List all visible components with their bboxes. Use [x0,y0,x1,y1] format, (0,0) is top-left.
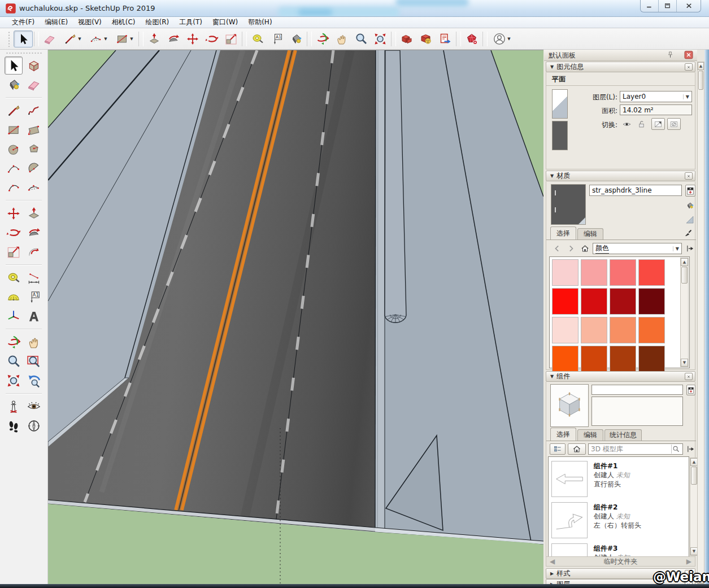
arc-tool-button[interactable]: ▼ [85,31,111,47]
toolbar-grip[interactable] [8,31,10,47]
curb-strip[interactable] [375,50,385,530]
tape-measure-tool-button[interactable] [248,31,267,47]
make-component-tool-button[interactable] [25,56,43,75]
arc-tool-left-button[interactable] [5,159,23,177]
pin-icon[interactable] [666,51,675,59]
zoom-tool-button[interactable] [351,31,371,47]
zoom-extents-tool-button[interactable] [371,31,390,47]
menu-item-4[interactable]: 绘图(R) [141,16,175,28]
section-close-button[interactable] [685,172,693,180]
rectangle-tool-left-button[interactable] [5,121,23,139]
previous-view-tool-button[interactable] [25,372,43,390]
share-model-button[interactable] [416,31,436,47]
tab-materials-select[interactable]: 选择 [550,227,576,239]
menu-item-0[interactable]: 文件(F) [7,16,40,28]
two-point-arc-tool-button[interactable] [25,178,43,197]
collection-dropdown[interactable]: 颜色 ▼ [593,243,682,254]
color-swatch-0[interactable] [552,259,578,286]
freehand-tool-button[interactable] [25,102,43,120]
menu-item-2[interactable]: 视图(V) [73,16,107,28]
details-arrow-button[interactable] [684,243,695,254]
tray-header[interactable]: 默认面板 [544,50,697,61]
color-swatch-12[interactable] [552,346,578,372]
color-swatch-10[interactable] [610,317,636,343]
chevron-down-icon[interactable]: ▼ [673,246,679,251]
tab-components-select[interactable]: 选择 [550,428,576,441]
color-swatch-3[interactable] [638,259,665,286]
rotate-tool-left-button[interactable] [5,224,23,242]
select-tool-left-button[interactable] [5,56,23,75]
three-point-arc-tool-button[interactable] [5,178,23,197]
area-value-field[interactable]: 14.02 m² [620,104,692,115]
zoom-tool-left-button[interactable] [5,352,23,371]
sample-paint-icon[interactable] [682,228,694,238]
follow-me-tool-button[interactable] [164,31,183,47]
menu-item-6[interactable]: 窗口(W) [207,16,243,28]
forward-button[interactable] [565,243,576,254]
pie-tool-button[interactable] [25,159,43,177]
chevron-down-icon[interactable]: ▼ [683,94,689,99]
search-input[interactable] [591,445,671,453]
layer-dropdown[interactable]: Layer0 ▼ [620,91,692,102]
material-preview-thumb[interactable] [552,121,568,150]
chevron-down-icon[interactable]: ▼ [78,37,81,41]
in-model-components-button[interactable] [568,443,586,455]
create-material-button[interactable] [685,185,695,197]
color-swatch-2[interactable] [610,259,636,286]
component-thumbnail[interactable] [551,461,588,497]
tape-measure-tool-left-button[interactable] [5,269,23,287]
material-large-preview[interactable] [551,184,586,225]
scale-tool-left-button[interactable] [5,243,23,261]
move-tool-button[interactable] [183,31,202,47]
axes-tool-button[interactable] [5,307,23,325]
polygon-tool-button[interactable] [25,140,43,158]
menu-item-5[interactable]: 工具(T) [174,16,207,28]
component-list-item-3[interactable]: 组件#3创建人 未知 [549,542,689,557]
look-around-tool-button[interactable] [25,398,43,416]
color-swatch-9[interactable] [581,317,607,343]
section-entity-info-header[interactable]: ▼ 图元信息 [546,62,695,72]
color-swatch-14[interactable] [610,346,636,372]
color-swatch-8[interactable] [552,317,578,343]
paint-bucket-tool-left-button[interactable] [5,76,23,94]
follow-me-tool-left-button[interactable] [25,224,43,242]
scroll-up-button[interactable]: ▲ [698,62,704,70]
section-materials-header[interactable]: ▼ 材质 [546,171,695,181]
menu-item-1[interactable]: 编辑(E) [40,16,73,28]
view-options-button[interactable] [550,443,566,455]
component-list-item-2[interactable]: 组件#2创建人 未知左（右）转箭头 [549,501,689,541]
circle-tool-button[interactable] [5,140,23,158]
tab-components-edit[interactable]: 编辑 [577,429,603,441]
walk-tool-button[interactable] [5,417,23,435]
select-tool-button[interactable] [14,31,33,47]
component-thumbnail[interactable] [551,502,588,538]
line-tool-button[interactable]: ▼ [59,31,85,47]
minimize-button[interactable] [641,0,659,12]
eraser-tool-left-button[interactable] [25,76,43,94]
menu-item-7[interactable]: 帮助(H) [243,16,277,28]
tab-materials-edit[interactable]: 编辑 [577,228,603,239]
add-component-button[interactable] [686,385,695,395]
section-close-button[interactable] [685,63,693,71]
set-default-material-button[interactable] [684,214,696,225]
menu-item-3[interactable]: 相机(C) [107,16,141,28]
chevron-down-icon[interactable]: ▼ [507,37,510,41]
component-desc-field[interactable] [591,397,683,426]
rotated-rectangle-tool-button[interactable] [25,121,43,139]
maximize-button[interactable] [659,0,677,12]
cast-shadows-toggle[interactable] [651,118,665,130]
face-preview-thumb[interactable] [552,89,568,119]
scroll-up-button[interactable]: ▲ [681,258,688,266]
zoom-window-tool-button[interactable] [25,352,43,371]
swatch-scrollbar[interactable]: ▲ ▼ [680,258,689,367]
rotate-tool-button[interactable] [202,31,221,47]
color-swatch-15[interactable] [638,346,665,372]
position-camera-tool-button[interactable] [5,398,23,416]
details-arrow-button[interactable] [685,444,696,454]
text-tool-left-button[interactable]: A1 [25,288,43,306]
back-button[interactable] [551,243,563,254]
color-swatch-6[interactable] [610,288,636,315]
eraser-tool-button[interactable] [40,31,59,47]
viewport-canvas[interactable] [48,50,543,588]
component-thumbnail[interactable] [551,543,588,557]
